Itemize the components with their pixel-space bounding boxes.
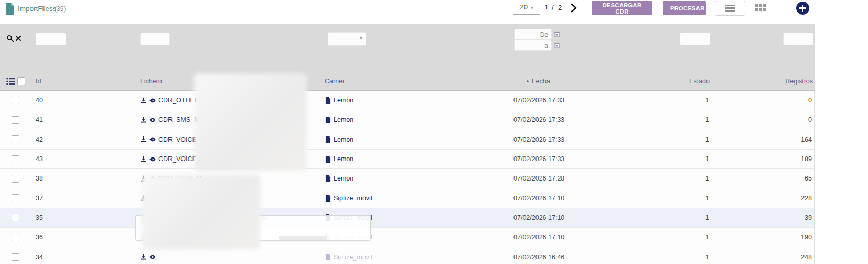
sort-ascending-icon: ▲ (526, 79, 530, 83)
table-row[interactable]: 40 CDR_OTHER_ Lemon 07/02/2026 17:33 1 0 (0, 91, 814, 110)
filter-fichero-input[interactable] (140, 33, 170, 45)
pager-current[interactable]: 1 (543, 3, 550, 14)
download-icon[interactable] (140, 136, 147, 143)
file-icon (325, 136, 331, 143)
row-checkbox[interactable] (12, 155, 19, 163)
table-row[interactable]: 41 CDR_SMS_MO Lemon 07/02/2026 17:33 1 0 (0, 110, 814, 130)
cell-fecha: 07/02/2026 17:33 (513, 130, 564, 149)
list-view-button[interactable] (715, 1, 745, 16)
cell-estado: 1 (705, 247, 709, 264)
cell-registros: 39 (805, 208, 812, 227)
filter-estado-input[interactable] (680, 33, 710, 45)
cell-fichero: CDR_OTHER_ (140, 91, 203, 110)
table-row[interactable]: 34 Siptize_movil 07/02/2026 16:46 1 248 (0, 247, 814, 264)
row-checkbox[interactable] (12, 253, 19, 261)
clear-filters-icon[interactable] (16, 36, 21, 41)
cell-id: 41 (36, 110, 43, 129)
create-button[interactable] (796, 2, 809, 15)
descargar-cdr-button[interactable]: DESCARGAR CDR (592, 1, 652, 15)
table-row-selected[interactable]: 35 sv Siptize_movil 07/02/2026 17:10 1 3… (0, 208, 814, 228)
cell-fecha: 07/02/2026 17:28 (513, 169, 564, 188)
search-icon[interactable] (6, 35, 14, 43)
cell-fichero: CDR_VOICE_ (140, 150, 200, 168)
row-checkbox[interactable] (12, 194, 19, 202)
top-bar: ImportFiless (35) 20▾ 1 / 2 DESCARGAR CD… (0, 0, 868, 24)
page-title[interactable]: ImportFiless (18, 5, 57, 13)
row-checkbox[interactable] (12, 234, 19, 241)
table-row[interactable]: 43 CDR_VOICE_ Lemon 07/02/2026 17:33 1 1… (0, 150, 814, 169)
row-checkbox[interactable] (12, 97, 19, 104)
cell-carrier: Lemon (325, 169, 353, 188)
file-icon (325, 195, 331, 202)
cell-id: 35 (36, 208, 43, 227)
filter-carrier-select[interactable]: ▾ (328, 32, 366, 46)
select-all-checkbox[interactable] (17, 77, 25, 85)
file-icon (325, 156, 331, 163)
download-icon[interactable] (140, 117, 147, 123)
file-icon (325, 97, 331, 104)
preview-eye-icon[interactable] (149, 117, 156, 123)
preview-eye-icon[interactable] (149, 136, 156, 143)
row-checkbox[interactable] (12, 214, 19, 221)
preview-eye-icon[interactable] (149, 97, 156, 104)
table-row[interactable]: 36 Siptize_movil 07/02/2026 17:10 1 190 (0, 228, 814, 247)
file-icon (325, 117, 331, 123)
chevron-down-icon: ▾ (360, 35, 362, 41)
column-header-fecha[interactable]: ▲ Fecha (526, 71, 550, 91)
preview-eye-icon[interactable] (149, 156, 156, 163)
file-icon (325, 175, 331, 182)
cell-carrier: Lemon (325, 130, 353, 149)
cell-estado: 1 (705, 130, 709, 149)
kanban-view-button[interactable] (755, 4, 769, 13)
table-row[interactable]: 42 CDR_VOICE_ Lemon 07/02/2026 17:33 1 1… (0, 130, 814, 150)
column-header-registros[interactable]: Registros (785, 71, 813, 91)
download-icon[interactable] (140, 156, 147, 163)
table-row[interactable]: 38 CDR_DATA_M Lemon 07/02/2026 17:28 1 6… (0, 169, 814, 188)
cell-id: 40 (36, 91, 43, 110)
list-options-icon[interactable] (6, 78, 15, 85)
cell-id: 42 (36, 130, 43, 149)
download-icon[interactable] (140, 97, 147, 104)
cell-estado: 1 (705, 228, 709, 247)
cell-fecha: 07/02/2026 17:10 (513, 208, 564, 227)
column-header-estado[interactable]: Estado (689, 71, 710, 91)
cell-estado: 1 (705, 110, 709, 129)
preview-eye-icon[interactable] (149, 254, 156, 260)
row-checkbox[interactable] (12, 135, 19, 143)
row-checkbox[interactable] (12, 116, 19, 124)
column-header-fecha-label: Fecha (532, 78, 550, 85)
list-view-icon (725, 4, 735, 13)
cell-fecha: 07/02/2026 17:10 (513, 228, 564, 247)
filter-date-to-input[interactable] (514, 40, 552, 51)
next-page-icon[interactable] (570, 3, 578, 13)
cell-carrier: Siptize_movil (325, 247, 372, 264)
cell-registros: 189 (801, 150, 812, 168)
record-count: (35) (55, 5, 66, 13)
filter-registros-input[interactable] (783, 33, 813, 45)
carrier-name: Lemon (334, 155, 353, 163)
carrier-name: Lemon (334, 136, 353, 143)
cell-fecha: 07/02/2026 17:33 (513, 91, 564, 110)
cell-registros: 0 (808, 91, 812, 110)
cell-id: 36 (36, 228, 43, 247)
cell-fecha: 07/02/2026 17:10 (513, 188, 564, 207)
calendar-icon[interactable] (554, 31, 560, 37)
filter-date-from-input[interactable] (514, 29, 552, 40)
filter-id-input[interactable] (36, 33, 66, 45)
cell-id: 43 (36, 150, 43, 168)
cell-estado: 1 (705, 91, 709, 110)
page-size-value: 20 (520, 3, 528, 11)
column-header-fichero[interactable]: Fichero (140, 71, 162, 91)
column-header-carrier[interactable]: Carrier (325, 71, 345, 91)
table-row[interactable]: 37 Siptize_movil 07/02/2026 17:10 1 228 (0, 188, 814, 208)
procesar-button[interactable]: PROCESAR (663, 1, 706, 15)
row-checkbox[interactable] (12, 175, 19, 183)
cell-fichero: CDR_VOICE_ (140, 130, 200, 149)
calendar-icon[interactable] (554, 43, 560, 48)
redaction-blur (194, 73, 307, 171)
column-header-id[interactable]: Id (36, 71, 41, 91)
cell-registros: 164 (801, 130, 812, 149)
download-icon[interactable] (140, 254, 147, 260)
carrier-name: Lemon (334, 116, 353, 123)
page-size-select[interactable]: 20▾ (513, 3, 540, 15)
